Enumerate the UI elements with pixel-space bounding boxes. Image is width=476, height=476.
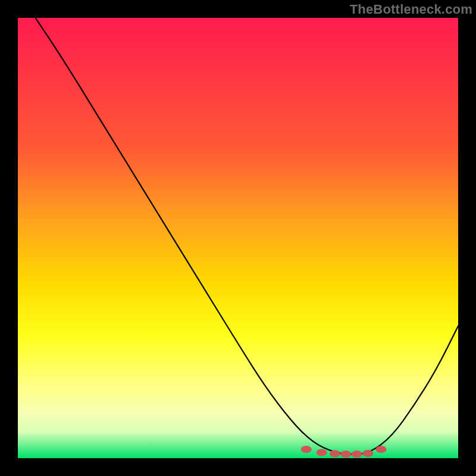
curve-marker (340, 450, 351, 458)
curve-marker (352, 450, 362, 458)
bottleneck-chart (0, 0, 476, 476)
curve-marker (376, 446, 387, 453)
curve-marker (330, 450, 340, 458)
plot-background (18, 18, 458, 458)
curve-marker (301, 446, 312, 453)
chart-container: TheBottleneck.com (0, 0, 476, 476)
watermark-text: TheBottleneck.com (350, 2, 472, 17)
curve-marker (362, 450, 373, 457)
curve-marker (317, 449, 327, 456)
